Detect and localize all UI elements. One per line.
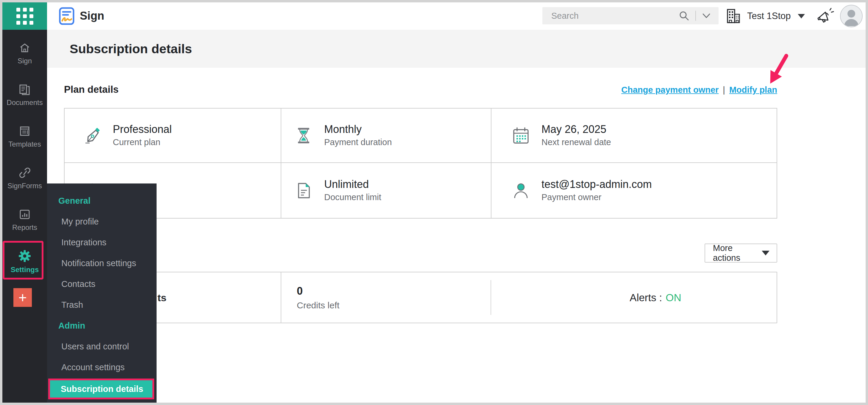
- alerts-status-value: ON: [665, 292, 681, 304]
- credits-left-value: 0: [297, 285, 491, 297]
- menu-item-integrations[interactable]: Integrations: [47, 232, 157, 253]
- sidebar-item-reports[interactable]: Reports: [2, 199, 47, 241]
- menu-heading-admin: Admin: [47, 315, 157, 336]
- reports-icon: [19, 208, 31, 220]
- plan-cell-next-renewal: May 26, 2025 Next renewal date: [491, 108, 777, 163]
- announcements-icon[interactable]: [816, 6, 835, 26]
- sidebar-item-label: Documents: [6, 98, 42, 107]
- plan-cell-payment-owner: test@1stop-admin.com Payment owner: [491, 163, 777, 218]
- create-new-button[interactable]: +: [13, 288, 32, 307]
- plan-links: Change payment owner | Modify plan: [621, 85, 777, 95]
- sidebar-item-templates[interactable]: Templates: [2, 116, 47, 158]
- credits-card: ts 0 Credits left Alerts : ON: [64, 272, 777, 323]
- payment-duration-label: Payment duration: [324, 137, 392, 147]
- user-icon: [512, 182, 530, 199]
- credits-cell-alerts: Alerts : ON: [491, 272, 777, 323]
- plan-cell-current-plan: Professional Current plan: [65, 108, 281, 163]
- org-caret-down-icon: [798, 14, 805, 19]
- sidebar-item-label: Templates: [8, 140, 41, 148]
- pen-nib-icon: [84, 127, 101, 144]
- search-input[interactable]: [542, 11, 679, 21]
- plan-cell-payment-duration: Monthly Payment duration: [281, 108, 491, 163]
- document-icon: [295, 182, 312, 199]
- next-renewal-value: May 26, 2025: [541, 124, 611, 135]
- partial-text-fragment: ts: [157, 292, 166, 304]
- page-header-band: Subscription details: [47, 30, 866, 68]
- menu-item-notification-settings[interactable]: Notification settings: [47, 253, 157, 274]
- credits-cell-left: 0 Credits left: [281, 272, 491, 323]
- search-divider: [695, 11, 696, 21]
- apps-grid-icon: [17, 8, 33, 25]
- link-separator: |: [723, 85, 725, 95]
- search-scope-chevron-icon[interactable]: [702, 13, 711, 19]
- alerts-label: Alerts :: [629, 292, 662, 304]
- menu-heading-general: General: [47, 190, 157, 211]
- more-actions-caret-icon: [762, 251, 770, 256]
- plan-details-card: Professional Current plan Monthly Paymen…: [64, 108, 777, 218]
- org-selector[interactable]: Test 1Stop: [725, 2, 805, 30]
- sidebar-item-label: Reports: [12, 223, 37, 232]
- menu-item-users-and-control[interactable]: Users and control: [47, 336, 157, 357]
- sidebar-item-signforms[interactable]: SignForms: [2, 158, 47, 199]
- menu-item-account-settings[interactable]: Account settings: [47, 357, 157, 378]
- app-launcher-button[interactable]: [2, 2, 47, 30]
- search-box: [542, 7, 719, 24]
- menu-item-my-profile[interactable]: My profile: [47, 211, 157, 232]
- documents-icon: [19, 83, 31, 96]
- user-avatar[interactable]: [840, 5, 863, 27]
- annotation-arrow-icon: [762, 48, 794, 93]
- sidebar-nav: Sign Documents Templates: [2, 30, 47, 403]
- next-renewal-label: Next renewal date: [541, 137, 611, 147]
- more-actions-label: More actions: [713, 243, 762, 263]
- settings-flyout-menu: General My profile Integrations Notifica…: [47, 183, 157, 403]
- payment-owner-label: Payment owner: [541, 192, 652, 202]
- document-limit-label: Document limit: [324, 192, 381, 202]
- more-actions-button[interactable]: More actions: [705, 243, 777, 263]
- app-title: Sign: [80, 9, 104, 22]
- sidebar-item-label: Settings: [11, 266, 39, 274]
- sidebar-item-label: Sign: [18, 57, 32, 65]
- app-window: Sign: [2, 2, 866, 403]
- hourglass-icon: [295, 127, 312, 144]
- home-icon: [19, 42, 31, 54]
- sidebar-item-documents[interactable]: Documents: [2, 74, 47, 116]
- plan-cell-document-limit: Unlimited Document limit: [281, 163, 491, 218]
- payment-owner-value: test@1stop-admin.com: [541, 179, 652, 190]
- sidebar-item-label: SignForms: [7, 182, 42, 190]
- sidebar-item-sign[interactable]: Sign: [2, 33, 47, 74]
- templates-icon: [19, 125, 31, 137]
- menu-item-trash[interactable]: Trash: [47, 294, 157, 315]
- credits-left-label: Credits left: [297, 300, 491, 310]
- change-payment-owner-link[interactable]: Change payment owner: [621, 85, 719, 95]
- link-icon: [19, 167, 31, 179]
- main-content: Subscription details Plan details Change…: [47, 30, 866, 403]
- menu-item-subscription-details[interactable]: Subscription details: [48, 378, 154, 399]
- avatar-person-icon: [841, 5, 862, 27]
- current-plan-value: Professional: [113, 124, 172, 135]
- sidebar-item-settings[interactable]: Settings: [2, 241, 47, 282]
- document-limit-value: Unlimited: [324, 179, 381, 190]
- calendar-icon: [512, 127, 530, 144]
- search-icon[interactable]: [679, 10, 689, 21]
- building-icon: [725, 8, 742, 24]
- sign-app-logo-icon: [59, 7, 74, 25]
- current-plan-label: Current plan: [113, 137, 172, 147]
- top-bar: Sign: [2, 2, 866, 30]
- gear-icon: [18, 249, 31, 263]
- page-title: Subscription details: [70, 42, 192, 56]
- org-name: Test 1Stop: [747, 11, 790, 22]
- menu-item-contacts[interactable]: Contacts: [47, 274, 157, 294]
- plan-details-heading: Plan details: [64, 84, 119, 95]
- payment-duration-value: Monthly: [324, 124, 392, 135]
